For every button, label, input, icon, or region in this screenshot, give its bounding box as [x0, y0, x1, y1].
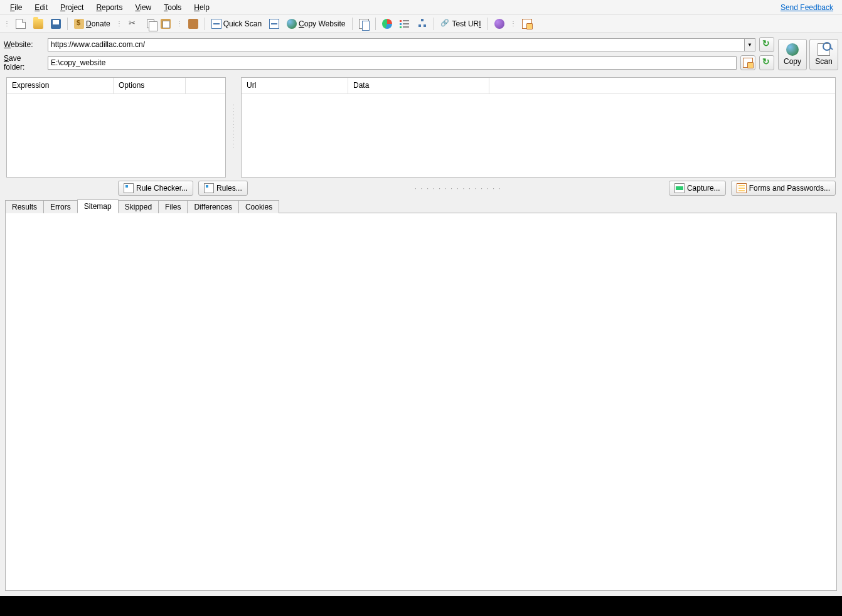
separator: [67, 18, 68, 30]
capture-button[interactable]: Capture...: [669, 181, 726, 196]
save-icon: [51, 19, 61, 29]
forms-passwords-button[interactable]: Forms and Passwords...: [731, 181, 836, 196]
url-data-panel: Url Data: [241, 77, 836, 178]
new-file-icon: [16, 19, 26, 29]
rules-icon: [204, 183, 214, 193]
quick-scan-button[interactable]: Quick Scan: [208, 17, 265, 31]
scan-big-button[interactable]: Scan: [809, 39, 838, 70]
separator: [488, 18, 488, 30]
scan-magnify-icon: [818, 43, 830, 56]
results-tabs: Results Errors Sitemap Skipped Files Dif…: [0, 198, 842, 213]
new-button[interactable]: [13, 17, 29, 31]
open-button[interactable]: [30, 17, 46, 31]
url-data-panel-body[interactable]: [242, 94, 835, 177]
menu-project[interactable]: Project: [54, 1, 90, 14]
save-button[interactable]: [48, 17, 64, 31]
separator: [352, 18, 353, 30]
list-view-button[interactable]: [397, 17, 413, 31]
paste-icon: [161, 19, 171, 29]
menu-tools[interactable]: Tools: [157, 1, 188, 14]
col-url[interactable]: Url: [242, 78, 348, 93]
tab-files[interactable]: Files: [158, 200, 188, 213]
paste-button[interactable]: [157, 17, 174, 31]
separator: [375, 18, 376, 30]
wizard-icon: [188, 19, 198, 29]
donate-button[interactable]: Donate: [71, 17, 114, 31]
tab-sitemap[interactable]: Sitemap: [77, 199, 119, 213]
rules-button[interactable]: Rules...: [198, 181, 248, 196]
copy-website-button[interactable]: Copy Website: [284, 17, 348, 31]
globe-alt-icon: [494, 19, 504, 29]
refresh-icon: [762, 58, 772, 68]
tab-results[interactable]: Results: [5, 200, 44, 213]
menu-reports[interactable]: Reports: [90, 1, 129, 14]
expression-panel-body[interactable]: [7, 94, 225, 177]
cut-icon: [128, 19, 138, 29]
browse-folder-button[interactable]: [740, 55, 755, 70]
test-uri-button[interactable]: Test URI: [437, 17, 484, 31]
taskbar: [0, 596, 842, 616]
menu-edit[interactable]: Edit: [28, 1, 54, 14]
tree-icon: [417, 19, 427, 29]
col-data[interactable]: Data: [348, 78, 489, 93]
grip-icon: ⋮: [115, 20, 124, 27]
copy-button[interactable]: [142, 17, 156, 31]
menu-bar: File Edit Project Reports View Tools Hel…: [0, 0, 842, 15]
save-folder-input[interactable]: [48, 56, 737, 70]
pie-chart-button[interactable]: [379, 17, 395, 31]
documents-icon: [359, 19, 369, 29]
tab-errors[interactable]: Errors: [43, 200, 78, 213]
refresh-icon: [762, 40, 772, 50]
horizontal-splitter[interactable]: · · · · · · · · · · · · · · ·: [415, 185, 502, 192]
toolbar: ⋮ Donate ⋮ ⋮ Quick Scan Copy Website Tes…: [0, 15, 842, 33]
expression-panel-header: Expression Options: [7, 78, 225, 94]
tab-skipped[interactable]: Skipped: [118, 200, 159, 213]
cut-button[interactable]: [125, 17, 141, 31]
address-area: Website: ▼ Save folder: Copy Sc: [0, 33, 842, 77]
quick-scan-icon: [211, 19, 221, 29]
tab-content-area[interactable]: [5, 213, 837, 591]
donate-icon: [74, 19, 84, 29]
grip-icon: ⋮: [3, 20, 11, 27]
forms-icon: [737, 183, 747, 193]
menu-file[interactable]: File: [4, 1, 28, 14]
browse-button[interactable]: [519, 17, 535, 31]
scan-icon-button[interactable]: [266, 17, 282, 31]
globe-alt-button[interactable]: [491, 17, 508, 31]
col-blank: [186, 78, 225, 93]
tab-cookies[interactable]: Cookies: [238, 200, 279, 213]
col-expression[interactable]: Expression: [7, 78, 114, 93]
view-docs-button[interactable]: [356, 17, 372, 31]
col-blank: [489, 78, 835, 93]
website-dropdown-button[interactable]: ▼: [744, 38, 755, 51]
tab-differences[interactable]: Differences: [187, 200, 238, 213]
menu-help[interactable]: Help: [188, 1, 216, 14]
website-refresh-button[interactable]: [759, 37, 774, 52]
globe-icon: [786, 43, 799, 56]
separator: [434, 18, 434, 30]
wizard-button[interactable]: [185, 17, 201, 31]
expression-panel: Expression Options: [6, 77, 226, 178]
website-input[interactable]: [48, 38, 744, 51]
panels-row: Expression Options ·············· Url Da…: [0, 77, 842, 178]
open-folder-icon: [33, 19, 43, 29]
grip-icon: ⋮: [509, 20, 518, 27]
save-folder-label: Save folder:: [4, 54, 44, 72]
rule-checker-button[interactable]: Rule Checker...: [118, 181, 193, 196]
vertical-splitter[interactable]: ··············: [231, 77, 236, 178]
grip-icon: ⋮: [175, 20, 184, 27]
capture-icon: [674, 183, 685, 193]
send-feedback-link[interactable]: Send Feedback: [775, 1, 838, 14]
copy-big-button[interactable]: Copy: [778, 39, 807, 70]
tree-view-button[interactable]: [414, 17, 430, 31]
menu-view[interactable]: View: [129, 1, 157, 14]
pie-chart-icon: [382, 19, 392, 29]
browse-folder-icon: [743, 58, 753, 68]
rule-checker-icon: [124, 183, 134, 193]
website-label: Website:: [4, 40, 44, 49]
scan-icon: [269, 19, 279, 29]
col-options[interactable]: Options: [114, 78, 186, 93]
separator: [205, 18, 205, 30]
link-icon: [440, 19, 450, 29]
folder-refresh-button[interactable]: [759, 55, 774, 70]
